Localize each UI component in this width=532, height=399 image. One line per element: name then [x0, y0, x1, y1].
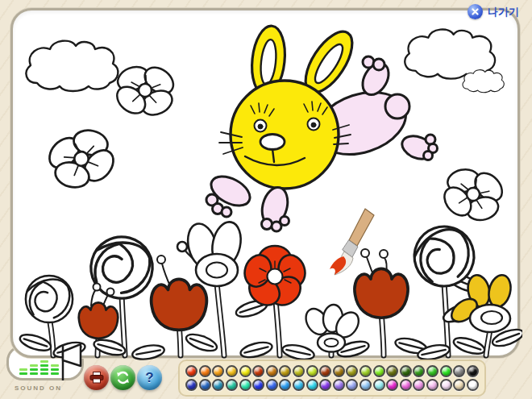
color-swatch[interactable] [252, 379, 264, 391]
color-swatch[interactable] [346, 365, 358, 377]
color-swatch[interactable] [440, 379, 452, 391]
color-swatch[interactable] [360, 365, 372, 377]
printer-icon [89, 372, 104, 384]
rose-flower-mid-left[interactable] [84, 230, 159, 305]
tulip-right[interactable] [355, 249, 408, 318]
cloud-small-right[interactable] [463, 70, 504, 93]
color-swatch[interactable] [199, 365, 211, 377]
color-swatch[interactable] [413, 365, 425, 377]
palette-row-warm [182, 365, 482, 377]
color-swatch[interactable] [333, 379, 345, 391]
close-icon[interactable] [468, 4, 483, 19]
print-button[interactable] [84, 365, 109, 390]
brush-cursor [330, 209, 374, 275]
speaker-doodle-icon [47, 343, 84, 382]
color-swatch[interactable] [226, 365, 238, 377]
help-button[interactable]: ? [137, 365, 162, 390]
color-swatch[interactable] [386, 365, 398, 377]
color-swatch[interactable] [212, 379, 224, 391]
color-swatch[interactable] [226, 379, 238, 391]
color-swatch[interactable] [185, 365, 197, 377]
coloring-canvas[interactable] [10, 8, 520, 358]
color-swatch[interactable] [373, 365, 385, 377]
color-swatch[interactable] [239, 379, 251, 391]
color-swatch[interactable] [346, 379, 358, 391]
color-swatch[interactable] [293, 379, 305, 391]
color-swatch[interactable] [400, 379, 412, 391]
color-swatch[interactable] [199, 379, 211, 391]
color-swatch[interactable] [440, 365, 452, 377]
color-swatch[interactable] [306, 365, 318, 377]
palette-row-cool [182, 379, 482, 391]
color-swatch[interactable] [333, 365, 345, 377]
color-swatch[interactable] [386, 379, 398, 391]
rabbit-head[interactable] [231, 81, 339, 189]
color-swatch[interactable] [413, 379, 425, 391]
tulip-small-left[interactable] [79, 284, 118, 339]
color-swatch[interactable] [373, 379, 385, 391]
refresh-arrows-icon [115, 370, 131, 385]
color-swatch[interactable] [279, 365, 291, 377]
color-swatch[interactable] [266, 379, 278, 391]
question-mark-icon: ? [145, 371, 153, 384]
color-swatch[interactable] [252, 365, 264, 377]
color-swatch[interactable] [266, 365, 278, 377]
color-swatch[interactable] [426, 365, 438, 377]
blossom-flower-top[interactable] [107, 56, 183, 125]
color-swatch[interactable] [467, 365, 479, 377]
blossom-flower-right[interactable] [432, 156, 514, 234]
eq-column [30, 364, 38, 375]
sound-on-label: SOUND ON [15, 384, 62, 392]
coloring-game-window: { "window": { "background_hex": "#f0e8d6… [0, 0, 532, 399]
blossom-flower-left[interactable] [39, 118, 125, 199]
color-swatch[interactable] [400, 365, 412, 377]
color-swatch[interactable] [426, 379, 438, 391]
rose-flower-left[interactable] [26, 276, 73, 322]
white-flower[interactable] [177, 219, 244, 286]
color-swatch[interactable] [319, 365, 331, 377]
color-swatch[interactable] [279, 379, 291, 391]
cloud-top-left[interactable] [26, 41, 118, 91]
color-swatch[interactable] [453, 379, 465, 391]
color-swatch[interactable] [319, 379, 331, 391]
color-swatch[interactable] [293, 365, 305, 377]
eq-column [19, 368, 27, 375]
color-swatch[interactable] [360, 379, 372, 391]
rabbit[interactable] [206, 24, 438, 231]
color-swatch[interactable] [453, 365, 465, 377]
color-palette [178, 360, 486, 397]
color-swatch[interactable] [306, 379, 318, 391]
color-swatch[interactable] [239, 365, 251, 377]
color-swatch[interactable] [185, 379, 197, 391]
reset-button[interactable] [110, 365, 135, 390]
exit-button[interactable]: 나가기 [468, 4, 519, 19]
exit-label: 나가기 [488, 5, 519, 19]
color-swatch[interactable] [212, 365, 224, 377]
color-swatch[interactable] [467, 379, 479, 391]
